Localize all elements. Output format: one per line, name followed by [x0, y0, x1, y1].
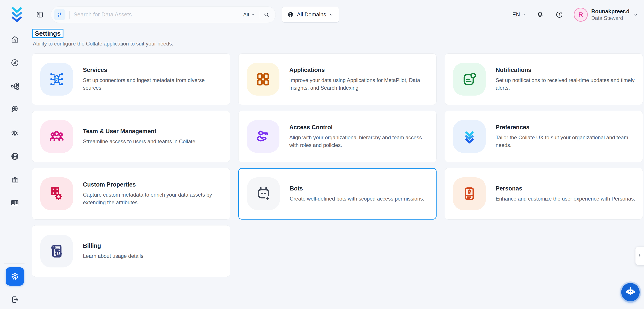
card-title: Access Control [289, 124, 430, 131]
sidebar-toggle-icon[interactable] [36, 10, 44, 19]
card-description: Create well-defined bots with scoped acc… [290, 195, 424, 203]
search-divider [69, 11, 70, 18]
card-description: Set up notifications to received real-ti… [496, 76, 636, 92]
card-title: Custom Properties [83, 181, 224, 188]
edge-widget-tab[interactable] [636, 247, 644, 265]
bot-face-icon [247, 177, 280, 210]
knowledge-book-icon [10, 198, 20, 207]
home-icon [10, 35, 20, 44]
help-icon[interactable]: ? [554, 10, 564, 19]
card-applications[interactable]: Applications Improve your data using App… [238, 53, 436, 105]
card-description: Capture custom metadata to enrich your d… [83, 191, 224, 206]
card-description: Tailor the Collate UX to suit your organ… [496, 134, 636, 149]
settings-button-active[interactable] [6, 267, 24, 286]
team-users-icon [40, 120, 73, 153]
card-title: Billing [83, 243, 143, 249]
logout-button[interactable] [10, 295, 20, 305]
card-preferences[interactable]: Preferences Tailor the Collate UX to sui… [445, 111, 643, 162]
all-domains-label: All Domains [297, 11, 326, 18]
sidebar-item-insights[interactable] [10, 129, 20, 138]
card-bots[interactable]: Bots Create well-defined bots with scope… [238, 168, 436, 220]
language-dropdown[interactable]: EN [512, 11, 526, 18]
card-description: Enhance and customize the user experienc… [496, 195, 635, 203]
user-role: Data Steward [591, 15, 630, 21]
services-hub-icon [40, 63, 73, 96]
card-billing[interactable]: $ Billing Learn about usage details [32, 225, 230, 277]
sidebar-item-govern[interactable] [10, 175, 20, 185]
widget-glyph-icon [638, 253, 643, 259]
globe-icon [287, 11, 294, 18]
sidebar-item-explore[interactable] [10, 58, 20, 68]
user-menu[interactable]: R Rounakpreet.d Data Steward [574, 8, 638, 22]
search-scope-dropdown[interactable]: All [243, 11, 255, 18]
search-icon[interactable] [263, 11, 270, 18]
observability-icon [10, 104, 20, 114]
card-notifications[interactable]: Notifications Set up notifications to re… [445, 53, 643, 105]
card-description: Align with your organizational hierarchy… [289, 134, 430, 149]
card-personas[interactable]: Personas Enhance and customize the user … [445, 168, 643, 220]
card-description: Improve your data using Applications for… [289, 76, 430, 92]
access-key-hand-icon [246, 120, 280, 153]
insights-bulb-icon [10, 129, 20, 138]
page-title: Settings [35, 30, 60, 37]
card-title: Services [83, 67, 224, 73]
chevron-down-icon [522, 13, 526, 17]
chevron-down-icon [251, 12, 255, 17]
language-label: EN [512, 11, 520, 18]
card-title: Personas [496, 185, 635, 192]
card-title: Notifications [496, 67, 636, 73]
sidebar-item-observability[interactable] [10, 104, 20, 114]
notifications-bell-icon[interactable] [535, 10, 545, 19]
billing-receipt-icon: $ [40, 235, 73, 268]
svg-text:$: $ [58, 252, 60, 256]
topbar-right-cluster: EN ? R Rounakpreet.d Data Steward [512, 8, 638, 22]
domains-globe-icon [10, 152, 20, 161]
sidebar-item-home[interactable] [10, 34, 20, 44]
gear-icon [10, 271, 20, 282]
collate-logo-icon[interactable] [8, 5, 26, 24]
chevron-down-icon [633, 12, 638, 17]
govern-bank-icon [10, 176, 20, 185]
page-subtitle: Ability to configure the Collate applica… [33, 41, 173, 47]
search-divider [259, 11, 259, 18]
logout-icon [10, 295, 20, 304]
svg-text:?: ? [558, 13, 560, 17]
chatbot-button[interactable] [621, 283, 640, 301]
user-name: Rounakpreet.d [591, 8, 630, 15]
persona-card-icon [453, 177, 486, 210]
card-title: Preferences [496, 124, 636, 131]
card-team-user-management[interactable]: Team & User Management Streamline access… [32, 111, 230, 162]
chevron-down-icon [329, 12, 334, 17]
preferences-collate-icon [453, 120, 486, 153]
search-input[interactable]: Search for Data Assets [74, 11, 243, 18]
card-access-control[interactable]: Access Control Align with your organizat… [238, 111, 436, 162]
left-sidebar [0, 29, 30, 309]
card-description: Set up connectors and ingest metadata fr… [83, 76, 224, 92]
card-title: Applications [289, 67, 430, 73]
global-search-bar[interactable]: Search for Data Assets All [51, 6, 276, 23]
data-network-icon [10, 82, 20, 91]
card-title: Team & User Management [83, 128, 197, 135]
all-domains-button[interactable]: All Domains [282, 7, 339, 22]
card-description: Learn about usage details [83, 252, 143, 260]
card-custom-properties[interactable]: Custom Properties Capture custom metadat… [32, 168, 230, 220]
applications-grid-icon [246, 63, 280, 96]
search-scope-label: All [243, 11, 249, 18]
explore-compass-icon [10, 58, 20, 67]
card-services[interactable]: Services Set up connectors and ingest me… [32, 53, 230, 105]
ai-sparkle-icon[interactable] [54, 9, 66, 20]
settings-cards-grid: Services Set up connectors and ingest me… [32, 53, 643, 277]
page-title-box: Settings [32, 29, 64, 38]
card-title: Bots [290, 185, 424, 192]
topbar: Search for Data Assets All All Domains E… [0, 0, 644, 29]
sidebar-item-data-assets[interactable] [10, 81, 20, 91]
sidebar-item-knowledge-center[interactable] [10, 198, 20, 208]
chatbot-icon [625, 287, 636, 298]
custom-properties-icon [40, 177, 73, 210]
sidebar-item-domains[interactable] [10, 152, 20, 161]
card-description: Streamline access to users and teams in … [83, 138, 197, 145]
avatar: R [574, 8, 588, 22]
sidebar-divider [4, 263, 24, 264]
notifications-note-icon [453, 63, 486, 96]
